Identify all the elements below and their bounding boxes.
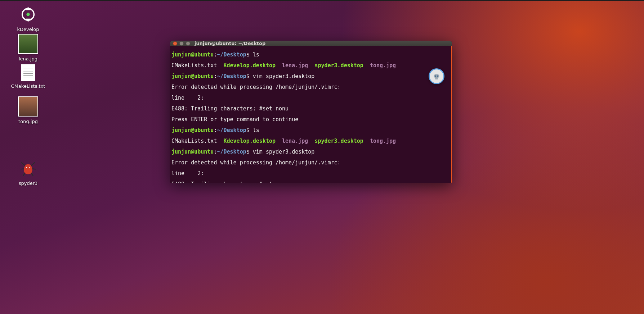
close-button[interactable] xyxy=(173,41,177,46)
ls-file: lena.jpg xyxy=(282,62,308,69)
cmd-vim: vim spyder3.desktop xyxy=(253,73,315,79)
maximize-button[interactable] xyxy=(186,41,190,46)
vim-error-line: Press ENTER or type command to continue xyxy=(171,117,450,122)
desktop-icon-label: spyder3 xyxy=(19,181,38,186)
ls-file: tong.jpg xyxy=(370,62,396,69)
svg-point-3 xyxy=(29,167,30,168)
ls-file: spyder3.desktop xyxy=(314,62,363,69)
image-thumb-icon xyxy=(18,96,38,117)
desktop-icon-label: tong.jpg xyxy=(18,119,38,124)
titlebar[interactable]: junjun@ubuntu: ~/Desktop xyxy=(170,41,452,46)
terminal-body[interactable]: junjun@ubuntu:~/Desktop$ ls CMakeLists.t… xyxy=(170,46,452,183)
window-title: junjun@ubuntu: ~/Desktop xyxy=(194,41,265,46)
svg-rect-7 xyxy=(435,78,438,79)
desktop-icon-spyder3[interactable]: spyder3 xyxy=(6,158,50,186)
ls-file: CMakeLists.txt xyxy=(171,62,217,69)
terminal-window[interactable]: junjun@ubuntu: ~/Desktop junjun@ubuntu:~… xyxy=(170,41,452,183)
minimize-button[interactable] xyxy=(179,41,184,46)
top-panel xyxy=(0,0,644,1)
svg-point-5 xyxy=(435,76,436,77)
vim-error-line: E488: Trailing characters: #set nonu xyxy=(171,106,450,112)
desktop-icon-label: lena.jpg xyxy=(19,56,37,62)
svg-point-1 xyxy=(26,13,30,16)
ls-file: Kdevelop.desktop xyxy=(224,62,276,69)
vim-error-line: Error detected while processing /home/ju… xyxy=(171,85,450,90)
assistant-badge-icon[interactable] xyxy=(429,68,444,84)
desktop-icon-label: kDevelop xyxy=(17,27,39,32)
svg-rect-4 xyxy=(434,74,439,78)
text-file-icon xyxy=(21,64,35,81)
desktop-icon-kdevelop[interactable]: kDevelop xyxy=(6,4,50,32)
svg-point-6 xyxy=(437,76,438,77)
desktop[interactable]: kDevelop lena.jpg CMakeLists.txt tong.jp… xyxy=(0,0,644,314)
desktop-icon-label: CMakeLists.txt xyxy=(11,83,45,89)
cmd-ls: ls xyxy=(253,51,259,58)
image-thumb-icon xyxy=(18,34,38,54)
desktop-icon-cmakelists[interactable]: CMakeLists.txt xyxy=(6,64,50,89)
desktop-icon-tong[interactable]: tong.jpg xyxy=(6,96,50,124)
kdevelop-icon xyxy=(18,4,38,24)
svg-point-2 xyxy=(26,167,27,168)
prompt-path: ~/Desktop xyxy=(217,51,246,58)
prompt-user: junjun@ubuntu xyxy=(171,51,214,58)
desktop-icon-lena[interactable]: lena.jpg xyxy=(6,34,50,62)
vim-error-line: line 2: xyxy=(171,95,450,101)
spyder-icon xyxy=(18,158,38,178)
